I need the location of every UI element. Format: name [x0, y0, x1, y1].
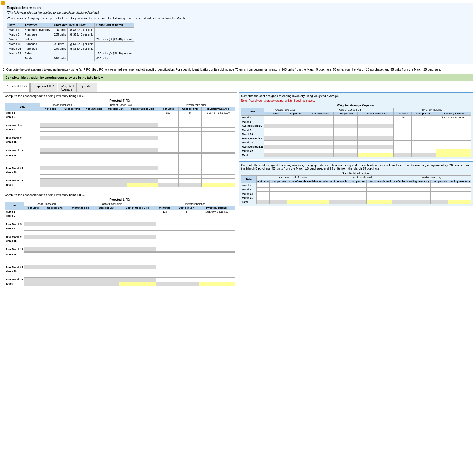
fifo-section: Compute the cost assigned to ending inve… [3, 92, 237, 189]
si-march25: March 25 [241, 196, 471, 200]
weighted-avg-section: Compute the cost assigned to ending inve… [239, 92, 473, 159]
required-info-text: Warnerwoods Company uses a perpetual inv… [7, 16, 469, 20]
table-row: Totals620 units430 units [7, 56, 134, 61]
table-row: March 1Beginning Inventory120 units@ $51… [7, 28, 134, 32]
lifo-table-title: Perpetual LIFO: [5, 198, 235, 201]
tab-specific-id[interactable]: Specific Id [77, 83, 97, 92]
lifo-march18-2 [5, 243, 235, 247]
wa-march18: March 18 [241, 132, 471, 136]
table-row: March 25Purchase170 units@ $53.40 per un… [7, 46, 134, 51]
lifo-total-march5: Total March 5 [5, 222, 235, 226]
inv-balance-header: Inventory Balance [158, 103, 235, 107]
tab-weighted-average[interactable]: WeightedAverage [58, 83, 77, 92]
wa-march1: March 1 120at$ 51.40 = $ 6,168.00 [241, 115, 471, 120]
col-activities: Activities [23, 23, 52, 28]
wa-march5: March 5 [241, 120, 471, 124]
fifo-total-march25-row: Total March 25 [5, 166, 235, 170]
wa-table: Date Goods Purchased Cost of Goods Sold … [241, 108, 471, 157]
fifo-march5-row2 [5, 119, 235, 123]
lifo-ib-cost: Cost per unit [174, 206, 199, 210]
si-end-units: # of units in ending inventory [392, 180, 430, 183]
right-panel: Compute the cost assigned to ending inve… [239, 92, 473, 290]
si-march1: March 1 [241, 183, 471, 187]
lifo-table-wrapper: Date Goods Purchased Cost of Goods Sold … [5, 202, 235, 286]
fifo-title: Compute the cost assigned to ending inve… [5, 94, 235, 98]
fifo-march18-row2 [5, 144, 235, 148]
lifo-title: Compute the cost assigned to ending inve… [5, 193, 235, 196]
lifo-total-march18: Total March 18 [5, 247, 235, 251]
si-cogs-total: Cost of Goods Sold [366, 180, 392, 183]
fifo-table-title: Perpetual FIFO: [5, 99, 235, 102]
lifo-cogs-header: Cost of Goods Sold [67, 202, 156, 206]
si-march18: March 18 [241, 191, 471, 196]
lifo-march9-2 [5, 230, 235, 235]
required-info-subtitle: [The following information applies to th… [7, 11, 469, 14]
si-ending-header: Ending Inventory [392, 175, 471, 180]
lifo-march25-2 [5, 257, 235, 261]
col-date: Date [7, 23, 23, 28]
wa-march29: March 29 [241, 149, 471, 153]
lifo-totals: Totals [5, 282, 235, 286]
wa-ib-header: Inventory Balance [394, 108, 471, 112]
main-content: Compute the cost assigned to ending inve… [3, 92, 473, 290]
wa-avg-march18: Average March 18 [241, 136, 471, 140]
wa-avg-march5: Average March 5 [241, 124, 471, 128]
date-header: Date [5, 103, 40, 111]
wa-gp-cost: Cost per unit [282, 112, 307, 115]
fifo-march25-row2 [5, 158, 235, 162]
fifo-table: Date Goods Purchased Cost of Goods Sold … [5, 103, 235, 187]
fifo-march25-row: March 25 [5, 153, 235, 158]
fifo-march18-row: March 18 [5, 140, 235, 144]
ib-units-header: # of units [158, 107, 179, 111]
si-march5: March 5 [241, 187, 471, 191]
lifo-cogs-total: Cost of Goods Sold [119, 206, 156, 210]
wa-cogs-header: Cost of Goods Sold [307, 108, 393, 112]
fifo-total-march9-row: Total March 9 [5, 136, 235, 140]
lifo-march25-3 [5, 261, 235, 265]
lifo-total-march29: Total March 29 [5, 277, 235, 282]
ib-balance-header: Inventory Balance [202, 107, 235, 111]
wa-note: Note: Round your average cost per unit t… [241, 99, 471, 102]
cogs-header: Cost of Goods Sold [84, 103, 158, 107]
wa-ib-balance: Inventory Balance [436, 112, 471, 115]
col-acquired: Units Acquired at Cost [52, 23, 94, 28]
specific-id-title: Compute the cost assigned to ending inve… [241, 163, 471, 170]
wa-table-wrapper: Date Goods Purchased Cost of Goods Sold … [241, 108, 471, 157]
lifo-table: Date Goods Purchased Cost of Goods Sold … [5, 202, 235, 286]
lifo-march1: March 1 120at$ 51.40 = $ 6,168.00 [5, 210, 235, 214]
si-date-header: Date [241, 175, 257, 183]
table-row: March 9Sales280 units @ $86.40 per unit [7, 37, 134, 42]
tab-perpetual-fifo[interactable]: Perpetual FIFO [3, 83, 30, 92]
lifo-ib-header: Inventory Balance [156, 202, 235, 206]
wa-ib-units: # of units [394, 112, 412, 115]
si-end-total: Ending Inventory [448, 180, 471, 183]
fifo-total-march29-row: Total March 29 [5, 178, 235, 183]
goods-purchased-header: Goods Purchased [40, 103, 84, 107]
wa-date-header: Date [241, 108, 264, 115]
wa-totals: Totals [241, 153, 471, 157]
lifo-date-header: Date [5, 202, 24, 210]
cogs-total-header: Cost of Goods Sold [127, 107, 158, 111]
lifo-march18: March 18 [5, 239, 235, 243]
table-row: March 5Purchase235 units@ $56.40 per uni… [7, 32, 134, 37]
specific-id-table: Date Goods Available for Sale Cost of Go… [241, 175, 471, 204]
si-cogs-cost: Cost per unit [349, 180, 366, 183]
si-avail-units: # of units [257, 180, 270, 183]
fifo-march9-row: March 9 [5, 127, 235, 131]
alert-icon: ! [1, 1, 5, 5]
fifo-march29-row2 [5, 174, 235, 178]
wa-gp-units: # of units [264, 112, 282, 115]
lifo-march29: March 29 [5, 269, 235, 273]
fifo-total-march5-row: Total March 5 [5, 123, 235, 127]
specific-id-section: Compute the cost assigned to ending inve… [239, 161, 473, 206]
wa-ib-cost: Cost per unit [412, 112, 436, 115]
tab-perpetual-lifo[interactable]: Perpetual LIFO [30, 83, 57, 92]
fifo-totals-row: Totals [5, 183, 235, 187]
si-avail-total: Cost of Goods Available for Sale [287, 180, 329, 183]
lifo-gp-cost: Cost per unit [42, 206, 67, 210]
wa-cogs-costpu: Cost per unit [333, 112, 358, 115]
gp-units-header: # of units [40, 107, 61, 111]
lifo-march5-2 [5, 218, 235, 222]
complete-box: Complete this question by entering your … [3, 74, 473, 81]
required-info-box: ! Required information [The following in… [3, 3, 473, 64]
